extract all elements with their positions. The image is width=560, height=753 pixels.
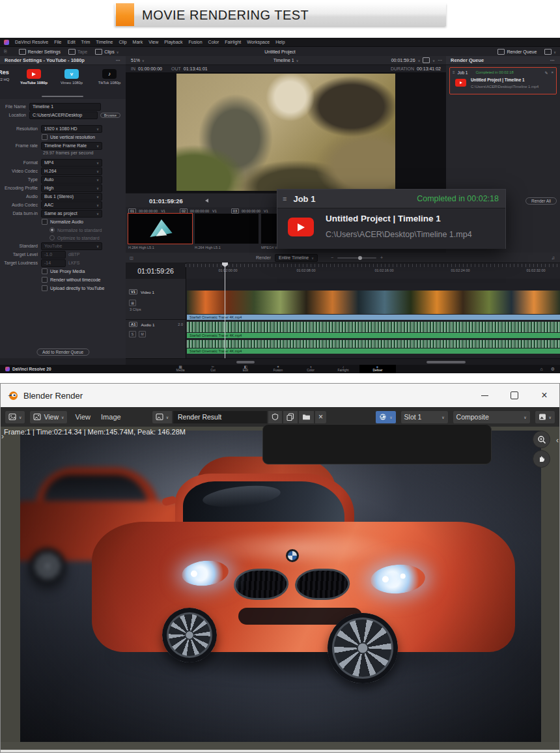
audio-clip-label-2[interactable]: Starfall Cinematic Trailer 4K.mp4 — [187, 348, 560, 354]
use-vertical-resolution-checkbox[interactable]: Use vertical resolution — [42, 134, 126, 141]
zoom-in-icon[interactable]: + — [380, 255, 383, 260]
menu-mark[interactable]: Mark — [133, 40, 143, 44]
page-edit[interactable]: ◧Edit — [229, 365, 262, 373]
normalize-to-standard-radio[interactable]: Normalize to standard — [49, 227, 126, 233]
video-codec-select[interactable]: H.264∨ — [41, 167, 102, 175]
render-settings-button[interactable]: Render Settings — [15, 47, 64, 57]
scrollbar-thumb[interactable] — [427, 361, 466, 363]
audio-codec-select[interactable]: AAC∨ — [41, 201, 102, 209]
region-chevron-right-icon[interactable]: ‹ — [556, 436, 559, 445]
options-menu-icon[interactable]: ⋯ — [550, 57, 556, 63]
audio-waveform-2[interactable] — [187, 340, 560, 348]
normalize-audio-checkbox[interactable]: Normalize Audio — [42, 218, 126, 225]
target-level-input[interactable]: -1.0 — [41, 251, 66, 259]
menu-trim[interactable]: Trim — [81, 40, 91, 44]
render-queue-button[interactable]: Render Queue — [494, 47, 540, 57]
editor-type-select[interactable]: ∨ — [5, 410, 25, 424]
preset-youtube[interactable]: YouTube 1080p — [20, 69, 48, 85]
clips-button[interactable]: Clips ∨ — [91, 47, 122, 57]
blender-viewport[interactable]: › ‹ — [1, 427, 559, 752]
close-button[interactable]: × — [529, 384, 559, 407]
pin-image-toggle[interactable]: ∨ — [375, 410, 396, 424]
duplicate-button[interactable] — [283, 410, 298, 424]
timeline-zoom-slider[interactable] — [337, 257, 376, 259]
mute-button[interactable]: M — [139, 331, 146, 337]
delete-job-icon[interactable]: × — [551, 70, 553, 75]
dual-monitor-icon[interactable] — [423, 57, 430, 63]
drag-handle-icon[interactable]: ≡ — [283, 195, 287, 203]
audio-waveform-1[interactable] — [187, 322, 560, 332]
chevron-down-icon[interactable]: ∨ — [432, 59, 435, 63]
menu-workspace[interactable]: Workspace — [247, 40, 270, 44]
audio-meters-icon[interactable]: ♫ — [552, 255, 555, 260]
browse-button[interactable]: Browse — [100, 113, 120, 118]
type-select[interactable]: Auto∨ — [41, 176, 102, 184]
settings-gear-icon[interactable]: ⚙ — [551, 367, 555, 372]
menu-fusion[interactable]: Fusion — [189, 40, 203, 44]
job-card[interactable]: ≡ Job 1 Completed in 00:02:18 ✎ × Untitl… — [449, 67, 557, 94]
format-select[interactable]: MP4∨ — [41, 159, 102, 167]
zoom-in-button[interactable] — [533, 431, 550, 448]
standard-select[interactable]: YouTube∨ — [41, 242, 102, 250]
track-lock-icon[interactable]: ▦ — [129, 300, 136, 306]
location-input[interactable]: C:\Users\ACER\Desktop — [29, 111, 98, 119]
menu-view[interactable]: View — [72, 413, 94, 421]
solo-button[interactable]: S — [129, 331, 136, 337]
render-without-timecode-checkbox[interactable]: Render without timecode — [42, 276, 126, 283]
page-fusion[interactable]: ✦Fusion — [262, 365, 294, 373]
menu-playback[interactable]: Playback — [164, 40, 182, 44]
display-channels-select[interactable]: ∨ — [535, 410, 555, 424]
preset-prores[interactable]: roRes m 422 HQ — [0, 69, 10, 81]
datablock-name-field[interactable]: Render Result — [173, 410, 268, 424]
options-menu-icon[interactable]: ⋯ — [116, 57, 122, 63]
timeline-ruler[interactable]: 01:02:00:00 01:02:08:00 01:02:16:00 01:0… — [186, 263, 560, 279]
menu-edit[interactable]: Edit — [68, 40, 76, 44]
viewer-timeline-select[interactable]: Timeline 1∨ — [273, 58, 299, 63]
minimize-button[interactable] — [469, 384, 499, 407]
page-fairlight[interactable]: ♪Fairlight — [327, 365, 359, 373]
render-pass-select[interactable]: Composite ∨ — [453, 410, 531, 424]
unlink-button[interactable]: × — [315, 410, 327, 424]
data-burn-in-select[interactable]: Same as project∨ — [41, 210, 102, 218]
page-cut[interactable]: ✂Cut — [197, 365, 229, 373]
target-loudness-input[interactable]: -14 — [41, 259, 66, 267]
render-all-button[interactable]: Render All — [525, 197, 557, 205]
options-menu-icon[interactable]: ⋯ — [438, 58, 442, 63]
viewer-zoom-select[interactable]: 51%∨ — [131, 58, 145, 63]
audio-select[interactable]: Bus 1 (Stereo)∨ — [41, 193, 102, 201]
home-icon[interactable]: ⌂ — [540, 367, 542, 372]
video-clip-label[interactable]: Starfall Cinematic Trailer 4K.mp4 — [187, 315, 560, 320]
menu-image[interactable]: Image — [98, 413, 124, 421]
clip2-thumbnail[interactable] — [195, 214, 259, 244]
page-deliver[interactable]: ▸Deliver — [359, 365, 396, 373]
render-scope-select[interactable]: Entire Timeline∨ — [275, 254, 318, 262]
upload-directly-checkbox[interactable]: Upload directly to YouTube — [42, 285, 126, 292]
clip1-thumbnail[interactable] — [128, 214, 192, 244]
menu-color[interactable]: Color — [208, 40, 219, 44]
optimize-to-standard-radio[interactable]: Optimize to standard — [49, 234, 126, 241]
preset-tiktok[interactable]: ♪ TikTok 1080p — [95, 69, 124, 85]
image-browse-select[interactable]: ∨ — [152, 410, 173, 424]
playhead[interactable] — [225, 263, 225, 358]
page-color[interactable]: ◑Color — [294, 365, 327, 373]
open-image-button[interactable] — [298, 410, 315, 424]
region-chevron-left-icon[interactable]: › — [1, 432, 4, 441]
fake-user-button[interactable] — [268, 410, 283, 424]
chevron-down-icon[interactable]: ∨ — [418, 59, 421, 63]
file-name-input[interactable]: Timeline 1 — [29, 103, 101, 111]
zoom-out-icon[interactable]: − — [331, 255, 333, 260]
encoding-profile-select[interactable]: High∨ — [41, 184, 102, 192]
menu-timeline[interactable]: Timeline — [96, 40, 113, 44]
cursor-icon[interactable]: ⎘ — [4, 50, 7, 54]
menu-help[interactable]: Help — [275, 40, 285, 44]
menu-fairlight[interactable]: Fairlight — [225, 40, 241, 44]
tape-button[interactable]: Tape — [64, 47, 91, 57]
slot-select[interactable]: Slot 1 ∨ — [400, 410, 449, 424]
menu-file[interactable]: File — [54, 40, 61, 44]
view-mode-select[interactable]: View ∨ — [29, 410, 68, 424]
video-clip-filmstrip[interactable] — [187, 291, 560, 314]
workspace-toggle-button[interactable]: ∨ — [540, 47, 560, 57]
audio-clip-label-1[interactable]: Starfall Cinematic Trailer 4K.mp4 — [187, 333, 560, 338]
audio-mute-icon[interactable] — [205, 199, 208, 203]
use-proxy-media-checkbox[interactable]: Use Proxy Media — [42, 268, 126, 275]
